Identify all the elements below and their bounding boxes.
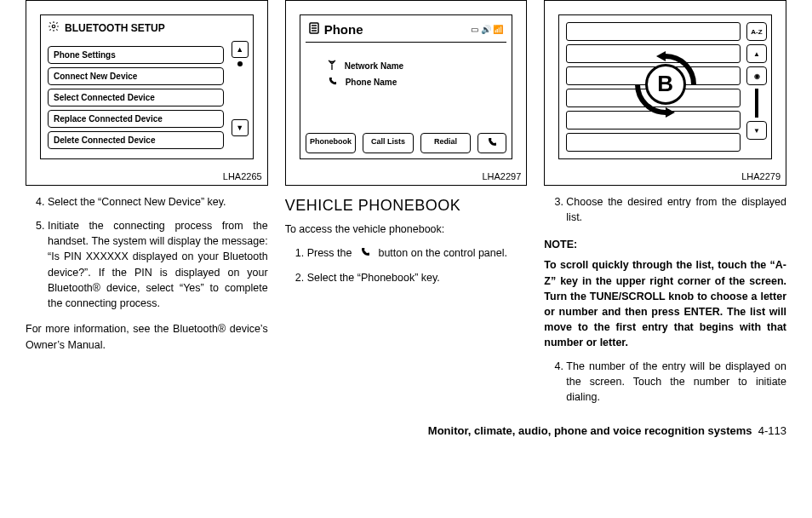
- more-info-text: For more information, see the Bluetooth®…: [26, 321, 268, 352]
- menu-item: Select Connected Device: [48, 89, 224, 106]
- menu-item: Replace Connected Device: [48, 110, 224, 128]
- step-1: Press the button on the control panel.: [307, 245, 528, 262]
- step-4: Select the “Connect New Device” key.: [48, 194, 268, 210]
- vehicle-phonebook-title: VEHICLE PHONEBOOK: [285, 194, 528, 216]
- list-item: [566, 133, 741, 152]
- step-3: Choose the desired entry from the displa…: [566, 194, 786, 225]
- page-footer: Monitor, climate, audio, phone and voice…: [26, 414, 786, 446]
- network-name-label: Network Name: [345, 61, 403, 71]
- menu-item: Phone Settings: [48, 46, 224, 64]
- scroll-track: [755, 89, 758, 118]
- step-4: The number of the entry will be displaye…: [566, 359, 786, 405]
- scroll-up-icon: ▲: [232, 41, 249, 58]
- svg-marker-5: [656, 51, 666, 61]
- softkey-redial: Redial: [420, 133, 472, 153]
- list-item: [566, 22, 741, 41]
- figure-label: LHA2279: [741, 171, 781, 181]
- svg-point-0: [52, 25, 55, 28]
- phone-list-icon: [309, 22, 319, 37]
- status-icons: ▭ 🔊 📶: [471, 25, 504, 34]
- figure-list: B A-Z ▲ ◉ ▼ LHA2279: [544, 0, 786, 186]
- phone-name-label: Phone Name: [346, 78, 397, 87]
- phonebook-intro: To access the vehicle phonebook:: [285, 222, 528, 237]
- note-heading: NOTE:: [544, 237, 786, 252]
- step-5: Initiate the connecting process from the…: [48, 218, 268, 311]
- gear-icon: [48, 20, 60, 35]
- figure-phone: Phone ▭ 🔊 📶 Network Name: [285, 0, 528, 186]
- selected-letter: B: [645, 64, 686, 105]
- scroll-target-icon: ◉: [746, 66, 767, 85]
- phone-title-text: Phone: [324, 22, 363, 37]
- handset-icon: [328, 77, 337, 88]
- svg-marker-6: [666, 107, 675, 118]
- scroll-up-icon: ▲: [746, 44, 767, 63]
- scroll-thumb-icon: [237, 61, 243, 66]
- figure-label: LHA2297: [482, 171, 521, 181]
- figure-bluetooth-setup: BLUETOOTH SETUP Phone Settings Connect N…: [26, 0, 268, 186]
- menu-item: Connect New Device: [48, 67, 224, 85]
- softkey-call-lists: Call Lists: [363, 133, 414, 153]
- scroll-down-icon: ▼: [232, 119, 249, 136]
- scroll-down-icon: ▼: [746, 121, 767, 140]
- handset-icon: [360, 246, 370, 262]
- menu-item: Delete Connected Device: [48, 131, 224, 149]
- az-key: A-Z: [746, 22, 767, 41]
- softkey-handset-icon: [477, 133, 506, 153]
- step-2: Select the “Phonebook” key.: [307, 270, 528, 285]
- antenna-icon: [328, 60, 336, 72]
- bluetooth-setup-title: BLUETOOTH SETUP: [65, 22, 165, 34]
- softkey-phonebook: Phonebook: [306, 133, 357, 153]
- note-body: To scroll quickly through the list, touc…: [544, 257, 786, 350]
- figure-label: LHA2265: [223, 171, 262, 181]
